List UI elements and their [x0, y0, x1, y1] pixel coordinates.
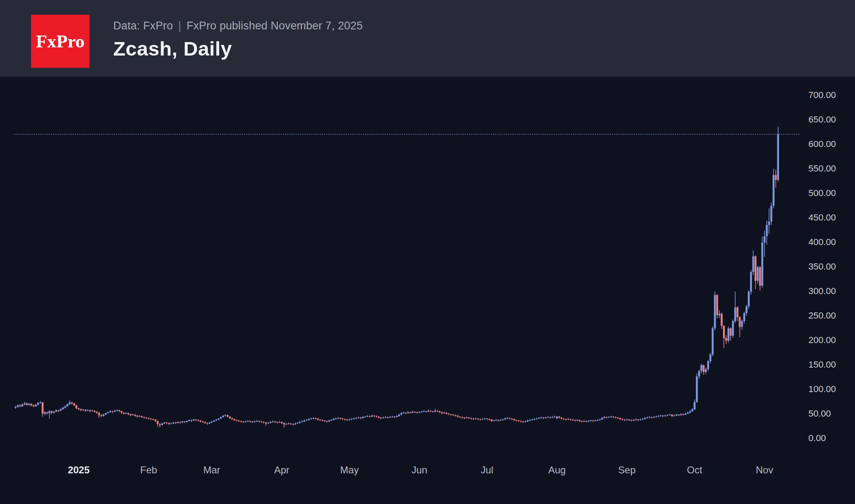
- candle-body: [337, 418, 339, 419]
- candle-body: [67, 404, 69, 406]
- candle-body: [430, 411, 432, 411]
- candle-body: [94, 411, 96, 412]
- candle-body: [229, 417, 231, 418]
- candle-body: [137, 416, 139, 417]
- candle-body: [671, 415, 673, 416]
- candle-body: [714, 295, 716, 328]
- candle-body: [58, 410, 60, 410]
- candle-body: [249, 421, 251, 421]
- candle-body: [188, 420, 190, 421]
- y-axis-labels: 0.0050.00100.00150.00200.00250.00300.003…: [808, 90, 836, 443]
- candlestick-chart[interactable]: 0.0050.00100.00150.00200.00250.00300.003…: [0, 77, 855, 504]
- candle-body: [211, 421, 213, 422]
- candle-body: [628, 419, 630, 420]
- x-axis-tick-label: Apr: [274, 464, 289, 475]
- candle-body: [396, 416, 398, 417]
- candle-body: [96, 412, 98, 413]
- candle-body: [583, 421, 585, 421]
- candle-body: [777, 134, 779, 180]
- candle-body: [495, 420, 497, 420]
- candle-body: [676, 415, 678, 415]
- candle-body: [317, 419, 319, 419]
- candle-body: [166, 422, 168, 423]
- candle-body: [414, 412, 416, 412]
- candle-body: [748, 292, 750, 306]
- candle-body: [561, 417, 563, 418]
- candle-body: [631, 420, 633, 420]
- x-axis-tick-label: Mar: [204, 464, 220, 475]
- candle-body: [220, 417, 222, 419]
- candles-group: [15, 127, 779, 428]
- candle-body: [644, 418, 646, 419]
- candle-body: [651, 417, 653, 417]
- x-axis-tick-label: Oct: [687, 464, 703, 475]
- candle-body: [610, 417, 612, 417]
- candle-body: [463, 417, 466, 418]
- y-axis-tick-label: 50.00: [808, 408, 831, 419]
- candle-body: [504, 419, 506, 419]
- candle-body: [454, 415, 457, 415]
- candle-body: [107, 412, 109, 413]
- candle-body: [21, 404, 23, 406]
- candle-body: [85, 410, 87, 410]
- candle-body: [236, 420, 238, 420]
- candle-wick: [349, 419, 350, 421]
- candle-body: [687, 413, 689, 413]
- candle-body: [475, 419, 477, 419]
- candle-wick: [764, 231, 765, 257]
- candle-body: [39, 402, 41, 403]
- candle-body: [624, 419, 626, 420]
- candle-body: [215, 419, 217, 420]
- candle-body: [76, 405, 78, 408]
- candle-body: [208, 422, 210, 423]
- candle-body: [570, 419, 572, 419]
- candle-wick: [279, 421, 280, 423]
- candle-body: [551, 417, 553, 417]
- candle-body: [168, 423, 170, 424]
- candle-body: [692, 409, 694, 411]
- candle-body: [572, 419, 574, 420]
- candle-body: [513, 419, 515, 420]
- candle-wick: [654, 416, 654, 418]
- candle-body: [91, 411, 93, 411]
- candle-body: [617, 417, 619, 418]
- candle-body: [299, 422, 301, 423]
- candle-body: [646, 417, 648, 418]
- candle-body: [28, 404, 30, 405]
- candle-body: [321, 420, 323, 420]
- x-axis-tick-label: 2025: [68, 464, 90, 475]
- candle-body: [110, 411, 112, 412]
- x-axis-labels: 2025FebMarAprMayJunJulAugSepOctNov: [68, 464, 773, 475]
- candle-body: [703, 365, 705, 372]
- candle-body: [134, 415, 136, 415]
- candle-body: [177, 422, 179, 423]
- candle-body: [64, 406, 66, 408]
- candle-body: [132, 415, 134, 415]
- candle-body: [486, 419, 488, 419]
- candle-body: [581, 421, 583, 421]
- candle-body: [269, 422, 271, 423]
- chart-source-line: Data: FxPro|FxPro published November 7, …: [113, 20, 363, 32]
- source-separator: |: [178, 20, 181, 32]
- candle-body: [567, 419, 569, 419]
- candle-body: [502, 419, 504, 420]
- candle-body: [683, 414, 685, 415]
- candle-body: [186, 421, 188, 422]
- candle-body: [292, 424, 294, 424]
- candle-body: [218, 419, 220, 419]
- candle-body: [558, 417, 560, 417]
- candle-body: [163, 422, 166, 423]
- candle-body: [757, 267, 759, 281]
- candle-body: [44, 412, 46, 414]
- candle-body: [515, 420, 517, 420]
- candle-body: [256, 421, 258, 421]
- candle-body: [42, 402, 44, 414]
- candle-body: [247, 421, 249, 421]
- candle-body: [190, 420, 192, 420]
- candle-body: [743, 313, 745, 321]
- chart-title: Zcash, Daily: [113, 37, 363, 60]
- candle-body: [674, 416, 676, 416]
- candle-body: [145, 417, 148, 418]
- candle-body: [71, 402, 73, 403]
- candle-wick: [548, 416, 548, 418]
